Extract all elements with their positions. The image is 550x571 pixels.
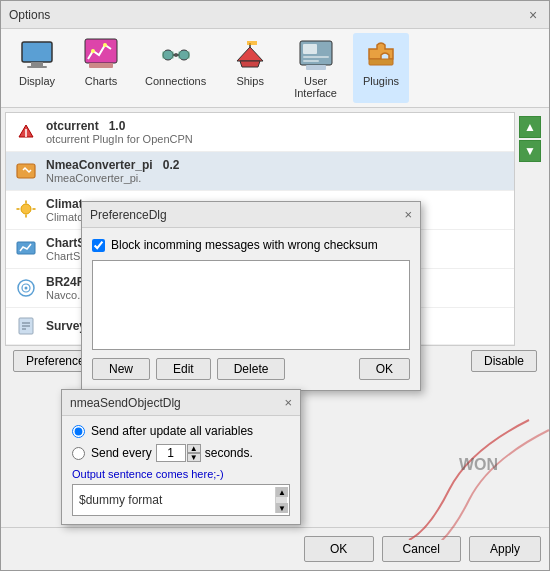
- send-every-radio[interactable]: [72, 447, 85, 460]
- plugin-nmea-desc: NmeaConverter_pi.: [46, 172, 506, 184]
- toolbar-ships[interactable]: Ships: [222, 33, 278, 103]
- radio-send-after-row: Send after update all variables: [72, 424, 290, 438]
- title-bar: Options ×: [1, 1, 549, 29]
- toolbar-user-interface[interactable]: UserInterface: [286, 33, 345, 103]
- svg-point-5: [103, 43, 107, 47]
- plugins-label: Plugins: [363, 75, 399, 87]
- background-decoration: WON: [349, 410, 549, 530]
- plugin-nmea-info: NmeaConverter_pi 0.2 NmeaConverter_pi.: [46, 158, 506, 184]
- svg-rect-16: [303, 44, 317, 54]
- svg-rect-0: [22, 42, 52, 62]
- send-after-radio[interactable]: [72, 425, 85, 438]
- block-messages-checkbox[interactable]: [92, 239, 105, 252]
- radio-send-every-row: Send every ▲ ▼ seconds.: [72, 444, 290, 462]
- disable-button[interactable]: Disable: [471, 350, 537, 372]
- pref-edit-button[interactable]: Edit: [156, 358, 211, 380]
- toolbar-display[interactable]: Display: [9, 33, 65, 103]
- spinner-arrows: ▲ ▼: [187, 444, 201, 462]
- svg-rect-1: [31, 62, 43, 66]
- svg-rect-20: [369, 59, 393, 65]
- plugin-survey-icon: [14, 314, 38, 338]
- pref-delete-button[interactable]: Delete: [217, 358, 286, 380]
- display-icon: [19, 37, 55, 73]
- svg-point-28: [25, 287, 28, 290]
- connections-label: Connections: [145, 75, 206, 87]
- format-text: $dummy format: [75, 491, 275, 509]
- svg-rect-6: [89, 63, 113, 68]
- plugin-otcurrent-info: otcurrent 1.0 otcurrent PlugIn for OpenC…: [46, 119, 506, 145]
- nmea-dialog-close-button[interactable]: ×: [284, 395, 292, 410]
- pref-new-button[interactable]: New: [92, 358, 150, 380]
- svg-rect-23: [17, 164, 35, 178]
- spinner-down-button[interactable]: ▼: [187, 453, 201, 462]
- ships-label: Ships: [236, 75, 264, 87]
- format-scroll-up[interactable]: ▲: [276, 487, 288, 497]
- connections-icon: [158, 37, 194, 73]
- format-scrollbar: ▲ ▼: [275, 487, 287, 513]
- display-label: Display: [19, 75, 55, 87]
- scroll-controls: ▲ ▼: [515, 112, 545, 346]
- toolbar-plugins[interactable]: Plugins: [353, 33, 409, 103]
- send-after-label: Send after update all variables: [91, 424, 253, 438]
- plugins-icon: [363, 37, 399, 73]
- svg-rect-17: [303, 56, 329, 58]
- plugin-otcurrent-icon: [14, 120, 38, 144]
- pref-dialog-buttons: New Edit Delete OK: [92, 358, 410, 380]
- toolbar-connections[interactable]: Connections: [137, 33, 214, 103]
- window-close-button[interactable]: ×: [525, 7, 541, 23]
- user-interface-icon: [298, 37, 334, 73]
- seconds-label: seconds.: [205, 446, 253, 460]
- nmea-dialog-title: nmeaSendObjectDlg: [70, 396, 181, 410]
- scroll-down-button[interactable]: ▼: [519, 140, 541, 162]
- send-every-label: Send every: [91, 446, 152, 460]
- svg-point-24: [21, 204, 31, 214]
- svg-rect-12: [178, 51, 190, 59]
- main-window: Options × Display: [0, 0, 550, 571]
- svg-rect-18: [303, 60, 319, 62]
- preference-dialog-title: PreferenceDlg: [90, 208, 167, 222]
- checkbox-row: Block incomming messages with wrong chec…: [92, 238, 410, 252]
- svg-rect-11: [162, 51, 174, 59]
- user-interface-label: UserInterface: [294, 75, 337, 99]
- window-title: Options: [9, 8, 50, 22]
- svg-rect-19: [306, 65, 326, 70]
- svg-point-10: [174, 53, 178, 57]
- block-messages-label: Block incomming messages with wrong chec…: [111, 238, 378, 252]
- nmea-dialog-content: Send after update all variables Send eve…: [62, 416, 300, 524]
- format-area: $dummy format ▲ ▼: [72, 484, 290, 516]
- charts-label: Charts: [85, 75, 117, 87]
- svg-text:WON: WON: [459, 456, 498, 473]
- plugin-charts2-icon: [14, 237, 38, 261]
- preference-dialog-close-button[interactable]: ×: [404, 207, 412, 222]
- plugin-item-otcurrent[interactable]: otcurrent 1.0 otcurrent PlugIn for OpenC…: [6, 113, 514, 152]
- plugin-climate-icon: [14, 198, 38, 222]
- pref-list-area: [92, 260, 410, 350]
- toolbar: Display Charts: [1, 29, 549, 108]
- scroll-up-button[interactable]: ▲: [519, 116, 541, 138]
- seconds-spinner: ▲ ▼: [156, 444, 201, 462]
- format-scroll-down[interactable]: ▼: [276, 503, 288, 513]
- plugin-otcurrent-desc: otcurrent PlugIn for OpenCPN: [46, 133, 506, 145]
- output-label: Output sentence comes here;-): [72, 468, 290, 480]
- nmea-dialog-title-bar: nmeaSendObjectDlg ×: [62, 390, 300, 416]
- plugin-br24-icon: [14, 276, 38, 300]
- toolbar-charts[interactable]: Charts: [73, 33, 129, 103]
- svg-point-4: [91, 49, 95, 53]
- svg-rect-14: [247, 41, 257, 45]
- plugin-item-nmea[interactable]: NmeaConverter_pi 0.2 NmeaConverter_pi.: [6, 152, 514, 191]
- pref-ok-button[interactable]: OK: [359, 358, 410, 380]
- svg-rect-2: [27, 66, 47, 68]
- preference-dialog: PreferenceDlg × Block incomming messages…: [81, 201, 421, 391]
- preference-dialog-content: Block incomming messages with wrong chec…: [82, 228, 420, 390]
- nmea-send-dialog: nmeaSendObjectDlg × Send after update al…: [61, 389, 301, 525]
- ships-icon: [232, 37, 268, 73]
- spinner-up-button[interactable]: ▲: [187, 444, 201, 453]
- svg-point-22: [25, 135, 27, 137]
- plugin-nmea-name: NmeaConverter_pi 0.2: [46, 158, 506, 172]
- preference-dialog-title-bar: PreferenceDlg ×: [82, 202, 420, 228]
- charts-icon: [83, 37, 119, 73]
- plugin-otcurrent-name: otcurrent 1.0: [46, 119, 506, 133]
- plugin-nmea-icon: [14, 159, 38, 183]
- seconds-input[interactable]: [156, 444, 186, 462]
